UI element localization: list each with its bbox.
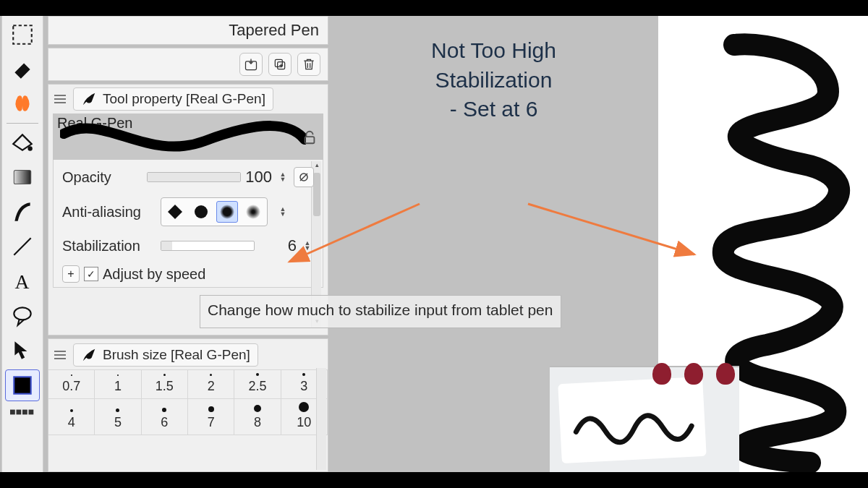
marquee-tool[interactable] [5,19,40,51]
svg-rect-10 [17,410,22,415]
brush-size-dot-icon [254,405,261,412]
move-tool[interactable] [5,335,40,367]
brush-size-value: 5 [114,415,122,430]
brush-preset-actions [48,48,328,81]
brush-size-dot-icon [208,406,214,412]
brush-size-cell[interactable]: 4 [48,399,95,435]
brush-size-dot-icon [210,374,212,376]
aa-option-strong[interactable] [242,201,264,223]
panel-menu-icon[interactable] [53,92,67,106]
svg-rect-8 [14,377,30,393]
brush-size-cell[interactable]: 8 [234,399,281,435]
svg-text:A: A [14,270,29,293]
lock-icon[interactable] [302,129,318,145]
fill-tool[interactable] [5,127,40,158]
brush-preset-label: Tapered Pen [229,21,319,40]
brush-preview-stroke [60,119,306,160]
svg-point-21 [246,205,260,219]
adjust-by-speed-checkbox[interactable]: ✓ [84,267,98,281]
tool-property-tab[interactable]: Tool property [Real G-Pen] [73,87,273,111]
brush-size-tab[interactable]: Brush size [Real G-Pen] [73,343,258,367]
stabilization-row: Stabilization 6 [62,236,314,255]
brush-size-cell[interactable]: 5 [95,399,141,435]
brush-size-dot-icon [256,373,259,376]
brush-size-grid: 0.711.522.534567810 [48,369,328,435]
svg-rect-0 [13,25,32,44]
brush-size-cell[interactable]: 6 [142,399,188,435]
anti-aliasing-row: Anti-aliasing [62,197,314,226]
brush-size-value: 2.5 [248,379,266,394]
svg-rect-11 [22,410,27,415]
color-tool[interactable] [5,369,40,401]
brush-size-cell[interactable]: 2 [188,370,234,399]
brush-size-value: 1.5 [156,379,174,394]
opacity-dynamics-button[interactable] [294,167,314,187]
svg-rect-16 [305,137,315,143]
stabilization-tooltip: Change how much to stabilize input from … [200,295,561,328]
gradient-tool[interactable] [5,161,40,193]
svg-rect-4 [14,170,30,184]
brush-preset-row[interactable]: Tapered Pen [48,16,328,45]
brush-size-value: 7 [208,415,215,430]
aa-option-medium[interactable] [216,201,238,223]
tool-property-title: Tool property [Real G-Pen] [103,91,265,107]
svg-point-19 [195,205,208,218]
svg-point-7 [14,307,30,320]
import-preset-button[interactable] [239,53,263,76]
brush-preview[interactable]: Real G-Pen [53,114,323,160]
brush-size-value: 0.7 [62,379,80,394]
expand-button[interactable]: + [62,265,80,283]
opacity-label: Opacity [62,169,142,186]
opacity-slider[interactable] [147,172,241,182]
blend-tool[interactable] [5,88,40,120]
pen-tool[interactable] [5,196,40,228]
svg-point-20 [220,205,234,219]
brush-size-value: 3 [300,379,307,394]
brush-size-dot-icon [117,374,119,376]
aa-option-weak[interactable] [190,201,212,223]
brush-size-dot-icon [162,408,166,412]
brush-icon [81,347,97,363]
panel-menu-icon[interactable] [53,348,67,362]
line-tool[interactable] [5,231,40,262]
swatch-strip-icon[interactable] [5,404,40,420]
brush-size-dot-icon [299,402,309,412]
brush-size-dot-icon [302,373,305,376]
brush-size-cell[interactable]: 2.5 [234,370,281,399]
balloon-tool[interactable] [5,300,40,332]
brush-size-dot-icon [70,409,73,412]
brush-size-value: 6 [161,415,168,430]
brush-icon [81,91,97,107]
brush-size-cell[interactable]: 1 [95,370,141,399]
delete-preset-button[interactable] [297,53,320,76]
aa-option-none[interactable] [164,201,186,223]
brush-size-panel: Brush size [Real G-Pen] 0.711.522.534567… [48,338,328,472]
duplicate-preset-button[interactable] [268,53,292,76]
brush-size-title: Brush size [Real G-Pen] [103,347,250,363]
brush-size-cell[interactable]: 0.7 [48,370,95,399]
tool-sidebar: A [1,16,43,472]
stabilization-label: Stabilization [62,238,156,254]
brush-size-scrollbar[interactable] [316,368,326,470]
eraser-tool[interactable] [5,53,40,85]
hand-icon [652,363,735,385]
brush-size-value: 1 [114,379,122,394]
adjust-by-speed-label: Adjust by speed [103,266,205,283]
stabilization-spinner[interactable] [301,241,314,251]
opacity-row: Opacity 100 [62,167,314,187]
anti-aliasing-options [161,197,268,226]
svg-rect-12 [29,410,34,415]
text-tool[interactable]: A [5,265,40,297]
brush-size-dot-icon [116,408,119,412]
brush-size-value: 10 [297,415,311,430]
brush-size-cell[interactable]: 7 [188,399,234,435]
opacity-spinner[interactable] [276,172,289,182]
aa-spinner[interactable] [276,207,289,217]
brush-size-value: 4 [68,415,75,430]
stabilization-slider[interactable] [161,241,255,251]
svg-line-5 [14,238,30,254]
brush-size-cell[interactable]: 1.5 [142,370,188,399]
svg-point-3 [27,146,32,150]
tablet-photo [550,366,739,472]
brush-size-value: 2 [208,379,215,394]
